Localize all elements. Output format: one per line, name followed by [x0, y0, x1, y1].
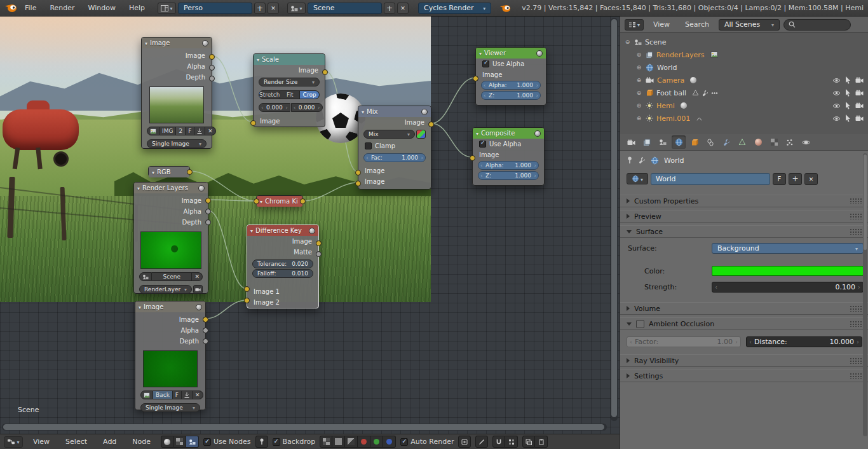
drag-handle[interactable]: [850, 198, 862, 204]
use-nodes-checkbox[interactable]: [203, 438, 211, 446]
z-slider[interactable]: Z: 1.000: [481, 91, 541, 100]
socket-depth-out[interactable]: [205, 219, 211, 225]
alpha-slider[interactable]: Alpha: 1.000: [478, 161, 539, 170]
render-toggle-icon[interactable]: [855, 115, 864, 121]
socket-matte-out[interactable]: [316, 251, 322, 257]
offset-y-field[interactable]: 0.000: [291, 103, 323, 112]
menu-view[interactable]: View: [27, 434, 55, 449]
snap-mode-icon[interactable]: [505, 436, 518, 448]
node-editor-canvas[interactable]: Image Image Alpha Depth IMG 2 F: [0, 17, 620, 434]
node-scale[interactable]: Scale Image Render Size Stretch Fit Crop…: [253, 53, 325, 127]
outliner-row-world[interactable]: World: [620, 61, 868, 74]
use-nodes-toggle[interactable]: Use Nodes: [203, 438, 251, 446]
preview-toggle-icon[interactable]: [202, 40, 208, 46]
surface-type-select[interactable]: Background: [712, 243, 864, 254]
socket-image-out[interactable]: [203, 317, 208, 322]
tolerance-field[interactable]: Tolerance: 0.020: [252, 259, 313, 268]
panel-preview[interactable]: Preview: [620, 210, 868, 223]
vertical-scrollbar[interactable]: [611, 18, 618, 421]
menu-add[interactable]: Add: [97, 434, 122, 449]
crop-button[interactable]: Crop: [300, 90, 320, 99]
add-layout-button[interactable]: [254, 3, 266, 14]
image-source-select[interactable]: Single Image: [140, 403, 200, 412]
stretch-button[interactable]: Stretch: [259, 90, 280, 99]
menu-file[interactable]: File: [19, 1, 42, 16]
cursor-select-icon[interactable]: [845, 102, 851, 109]
collapse-icon[interactable]: [250, 227, 253, 234]
falloff-field[interactable]: Falloff: 0.010: [252, 269, 313, 278]
node-chroma-key[interactable]: Chroma Ki: [256, 195, 303, 206]
panel-surface[interactable]: Surface: [620, 225, 868, 238]
scene-browse-button[interactable]: [287, 3, 306, 14]
socket-depth-out[interactable]: [209, 76, 215, 81]
blend-mode-select[interactable]: Mix: [363, 130, 415, 139]
drag-handle[interactable]: [850, 305, 862, 312]
outliner-row-scene[interactable]: Scene: [620, 36, 868, 48]
users-count-button[interactable]: 2: [176, 127, 186, 135]
image-name-field[interactable]: Back: [153, 390, 173, 399]
socket-image-in[interactable]: [470, 155, 475, 161]
color-options-icon[interactable]: [416, 130, 426, 139]
wrench-icon[interactable]: [702, 90, 709, 97]
cursor-select-icon[interactable]: [845, 76, 851, 84]
socket-image-out[interactable]: [322, 69, 328, 75]
outliner-row-hemi001[interactable]: Hemi.001: [620, 112, 868, 125]
tab-physics[interactable]: [799, 135, 813, 149]
outliner-row-camera[interactable]: Camera: [620, 74, 868, 86]
image-datablock-icon[interactable]: [147, 127, 159, 135]
render-layer-render-button[interactable]: [193, 285, 203, 294]
tool-icon[interactable]: [638, 156, 646, 164]
menu-select[interactable]: Select: [60, 434, 93, 449]
node-image-bottom[interactable]: Image Image Alpha Depth Back F: [135, 301, 206, 410]
collapse-icon[interactable]: [257, 56, 259, 63]
image-browse-icon[interactable]: [140, 390, 153, 399]
drag-handle[interactable]: [850, 357, 862, 364]
properties-scrollbar-thumb[interactable]: [864, 155, 867, 250]
node-image-top[interactable]: Image Image Alpha Depth IMG 2 F: [141, 37, 212, 149]
panel-volume[interactable]: Volume: [620, 302, 868, 315]
fac-slider[interactable]: Fac: 1.000: [363, 153, 426, 162]
fake-user-button[interactable]: F: [773, 173, 786, 185]
auto-render-checkbox[interactable]: [400, 438, 408, 446]
eye-icon[interactable]: [832, 90, 841, 96]
ao-factor-field[interactable]: Factor: 1.00: [627, 336, 741, 347]
socket-image-out[interactable]: [428, 121, 434, 127]
preview-toggle-icon[interactable]: [534, 130, 541, 137]
render-layer-select[interactable]: RenderLayer: [139, 285, 192, 294]
socket-image2-in[interactable]: [244, 298, 250, 303]
outliner-filter-select[interactable]: All Scenes: [719, 19, 780, 31]
tab-object[interactable]: [688, 135, 702, 149]
socket-depth-out[interactable]: [203, 338, 208, 344]
ambient-occlusion-checkbox[interactable]: [636, 320, 644, 328]
collapse-icon[interactable]: [476, 130, 478, 137]
preview-toggle-icon[interactable]: [196, 304, 202, 310]
socket-color-out[interactable]: [187, 169, 193, 175]
editor-type-button[interactable]: [4, 436, 23, 448]
red-channel-icon[interactable]: [358, 436, 370, 448]
world-name-field[interactable]: World: [651, 173, 770, 185]
menu-window[interactable]: Window: [83, 1, 121, 16]
socket-alpha-out[interactable]: [203, 328, 208, 333]
fit-button[interactable]: Fit: [280, 90, 300, 99]
tab-scene[interactable]: [656, 135, 670, 149]
tab-render[interactable]: [624, 135, 638, 149]
texture-nodes-icon[interactable]: [173, 436, 186, 448]
color-alpha-channel-icon[interactable]: [320, 436, 332, 448]
outliner-search-box[interactable]: [783, 19, 851, 31]
unlink-world-button[interactable]: [804, 173, 818, 185]
node-render-layers[interactable]: Render Layers Image Alpha Depth Scene Re…: [133, 182, 208, 294]
ao-distance-field[interactable]: Distance: 10.000: [746, 336, 862, 347]
alpha-slider[interactable]: Alpha: 1.000: [481, 81, 541, 90]
tab-material[interactable]: [751, 135, 765, 149]
mesh-data-icon[interactable]: [692, 90, 699, 96]
add-scene-button[interactable]: [384, 3, 395, 14]
unlink-image-button[interactable]: [193, 390, 203, 399]
tab-world[interactable]: [672, 135, 686, 149]
collapse-icon[interactable]: [362, 108, 364, 115]
auto-render-toggle[interactable]: Auto Render: [400, 438, 454, 446]
backdrop-toggle[interactable]: Backdrop: [273, 438, 316, 446]
preview-toggle-icon[interactable]: [198, 185, 205, 191]
preview-toggle-icon[interactable]: [536, 50, 543, 57]
drag-handle[interactable]: [850, 373, 862, 379]
offset-x-field[interactable]: 0.000: [259, 103, 290, 112]
